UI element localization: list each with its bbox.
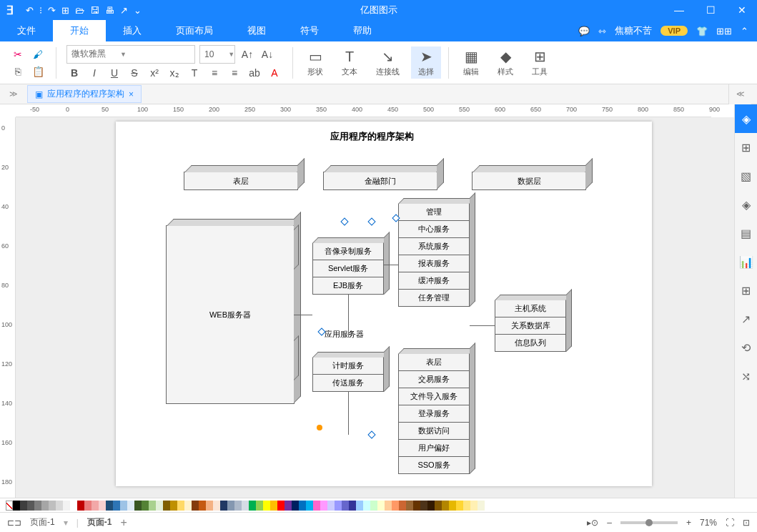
numbering-button[interactable]: ≡ bbox=[227, 65, 242, 81]
color-swatch[interactable] bbox=[99, 501, 106, 511]
new-button[interactable]: ⊞ bbox=[61, 5, 69, 16]
superscript-button[interactable]: x² bbox=[147, 65, 162, 81]
menu-help[interactable]: 帮助 bbox=[336, 20, 389, 41]
color-swatch[interactable] bbox=[413, 501, 420, 511]
vip-badge[interactable]: VIP bbox=[660, 26, 688, 36]
italic-button[interactable]: I bbox=[86, 65, 102, 81]
grow-font-button[interactable]: A↑ bbox=[239, 46, 255, 62]
color-swatch[interactable] bbox=[456, 501, 463, 511]
color-swatch[interactable] bbox=[442, 501, 449, 511]
color-swatch[interactable] bbox=[320, 501, 327, 511]
menu-file[interactable]: 文件 bbox=[0, 20, 53, 41]
panel-page-icon[interactable]: ▤ bbox=[735, 219, 757, 247]
shrink-font-button[interactable]: A↓ bbox=[259, 46, 275, 62]
add-page-button[interactable]: + bbox=[120, 516, 127, 529]
stack-layer[interactable]: 表层 交易服务 文件导入服务 登录服务 数据访问 用户偏好 SSO服务 bbox=[398, 354, 470, 474]
color-swatch[interactable] bbox=[263, 501, 270, 511]
zoom-value[interactable]: 71% bbox=[700, 518, 717, 528]
bold-button[interactable]: B bbox=[66, 65, 82, 81]
underline-button[interactable]: U bbox=[107, 65, 122, 81]
paste-button[interactable]: 📋 bbox=[30, 64, 46, 79]
color-swatch[interactable] bbox=[420, 501, 427, 511]
color-swatch[interactable] bbox=[127, 501, 134, 511]
collapse-ribbon-icon[interactable]: ⌃ bbox=[741, 26, 748, 36]
color-swatch[interactable] bbox=[463, 501, 470, 511]
close-button[interactable]: ✕ bbox=[727, 0, 757, 20]
collapse-right-panel-button[interactable]: ≪ bbox=[728, 84, 751, 104]
color-swatch[interactable] bbox=[149, 501, 156, 511]
size-combo[interactable]: 10▼ bbox=[199, 45, 235, 64]
color-swatch[interactable] bbox=[213, 501, 220, 511]
connector-tool[interactable]: ↘连接线 bbox=[369, 46, 407, 79]
color-swatch[interactable] bbox=[63, 501, 70, 511]
theme-icon[interactable]: 👕 bbox=[696, 26, 708, 36]
color-swatch[interactable] bbox=[335, 501, 342, 511]
stack-timer[interactable]: 计时服务 传送服务 bbox=[312, 358, 384, 392]
font-combo[interactable]: 微软雅黑▼ bbox=[66, 45, 195, 64]
color-swatch[interactable] bbox=[249, 501, 256, 511]
color-swatch[interactable] bbox=[427, 501, 435, 511]
redo-button[interactable]: ↷ bbox=[48, 5, 56, 16]
color-swatch[interactable] bbox=[299, 501, 306, 511]
color-swatch[interactable] bbox=[270, 501, 277, 511]
menu-view[interactable]: 视图 bbox=[230, 20, 283, 41]
page-list[interactable]: 页面-1 bbox=[30, 516, 55, 528]
document-tab[interactable]: ▣ 应用程序的程序架构 × bbox=[27, 85, 142, 103]
color-swatch[interactable] bbox=[313, 501, 320, 511]
strike-button[interactable]: S bbox=[127, 65, 142, 81]
color-swatch[interactable] bbox=[349, 501, 356, 511]
panel-export-icon[interactable]: ↗ bbox=[735, 305, 757, 333]
color-swatch[interactable] bbox=[285, 501, 292, 511]
color-swatch[interactable] bbox=[392, 501, 399, 511]
color-swatch[interactable] bbox=[70, 501, 77, 511]
zoom-slider[interactable] bbox=[620, 521, 678, 524]
select-tool[interactable]: ➤选择 bbox=[411, 46, 441, 79]
color-swatch[interactable] bbox=[385, 501, 392, 511]
color-swatch[interactable] bbox=[27, 501, 34, 511]
zoom-out-button[interactable]: – bbox=[607, 518, 612, 528]
color-swatch[interactable] bbox=[170, 501, 177, 511]
color-swatch[interactable] bbox=[199, 501, 206, 511]
fullscreen-icon[interactable]: ⊡ bbox=[743, 518, 750, 528]
color-swatch[interactable] bbox=[49, 501, 56, 511]
export-button[interactable]: ↗ bbox=[120, 5, 128, 16]
color-swatch[interactable] bbox=[91, 501, 99, 511]
save-button[interactable]: 🖫 bbox=[90, 5, 99, 16]
style-group[interactable]: ◆样式 bbox=[490, 46, 520, 79]
bullets-button[interactable]: ≡ bbox=[207, 65, 222, 81]
format-painter-button[interactable]: 🖌 bbox=[30, 46, 46, 62]
font-color-button[interactable]: A bbox=[267, 65, 282, 81]
color-swatch[interactable] bbox=[163, 501, 170, 511]
color-swatch[interactable] bbox=[242, 501, 249, 511]
color-swatch[interactable] bbox=[220, 501, 227, 511]
color-swatch[interactable] bbox=[377, 501, 385, 511]
color-swatch[interactable] bbox=[13, 501, 20, 511]
stack-host[interactable]: 主机系统 关系数据库 信息队列 bbox=[495, 300, 566, 352]
color-swatch[interactable] bbox=[206, 501, 213, 511]
play-icon[interactable]: ▸⊙ bbox=[587, 518, 598, 528]
qat-more-button[interactable]: ⌄ bbox=[134, 5, 142, 16]
canvas[interactable]: 应用程序的程序架构 表层 金融部门 数据层 WEB服务器 HTML服务 会话服务 bbox=[16, 117, 734, 498]
feedback-icon[interactable]: 💬 bbox=[578, 26, 590, 36]
color-swatch[interactable] bbox=[406, 501, 413, 511]
undo-button[interactable]: ↶ bbox=[26, 5, 34, 16]
color-swatch[interactable] bbox=[177, 501, 184, 511]
panel-layers-icon[interactable]: ◈ bbox=[735, 190, 757, 219]
color-swatch[interactable] bbox=[370, 501, 377, 511]
color-swatch[interactable] bbox=[277, 501, 285, 511]
stack-mgmt[interactable]: 管理 中心服务 系统服务 报表服务 缓冲服务 任务管理 bbox=[398, 204, 470, 307]
color-swatch[interactable] bbox=[478, 501, 485, 511]
color-swatch[interactable] bbox=[449, 501, 456, 511]
copy-button[interactable]: ⎘ bbox=[10, 64, 26, 79]
panel-chart-icon[interactable]: 📊 bbox=[735, 247, 757, 276]
color-swatch[interactable] bbox=[41, 501, 49, 511]
user-name[interactable]: 焦糖不苦 bbox=[615, 24, 652, 37]
box-surface-layer[interactable]: 表层 bbox=[184, 172, 298, 190]
cut-button[interactable]: ✂ bbox=[10, 46, 26, 62]
open-button[interactable]: 🗁 bbox=[75, 5, 84, 16]
color-swatch[interactable] bbox=[106, 501, 113, 511]
color-swatch[interactable] bbox=[84, 501, 91, 511]
share-icon[interactable]: ⇿ bbox=[598, 26, 606, 36]
text-tool[interactable]: T文本 bbox=[335, 46, 365, 79]
color-swatch[interactable] bbox=[20, 501, 27, 511]
